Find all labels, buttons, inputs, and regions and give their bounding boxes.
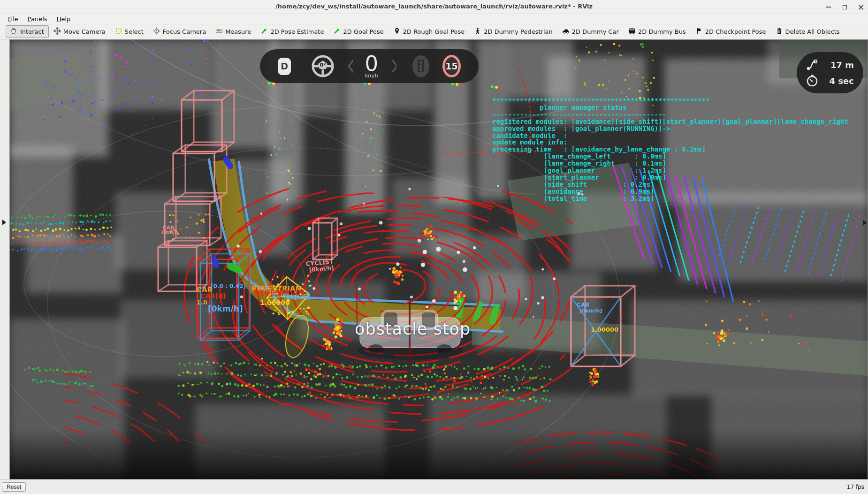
menu-bar: File Panels Help	[0, 14, 868, 24]
minimize-icon[interactable]	[825, 3, 832, 11]
interact-hand-icon	[10, 27, 18, 36]
green-arrow-icon	[260, 27, 268, 36]
flag-icon	[695, 27, 703, 36]
measure-tool-button[interactable]: Measure	[211, 25, 256, 38]
trash-icon	[776, 27, 783, 36]
speed-unit: km/h	[363, 73, 380, 79]
speed-limit-sign: 15	[442, 55, 461, 77]
focus-camera-icon	[153, 27, 160, 36]
left-panel-expand-handle[interactable]	[2, 220, 6, 225]
route-distance-icon	[806, 59, 818, 71]
checkpoint-pose-tool-button[interactable]: 2D Checkpoint Pose	[691, 25, 771, 38]
right-panel-expand-handle[interactable]	[863, 220, 867, 226]
select-tool-button[interactable]: Select	[110, 25, 148, 38]
focus-camera-tool-button[interactable]: Focus Camera	[148, 25, 211, 38]
red-pole-marker	[356, 259, 357, 325]
traffic-light-icon	[412, 55, 429, 77]
route-info-panel: 17 m 4 sec	[797, 52, 863, 93]
obstacle-stop-label: obstacle stop	[355, 319, 471, 338]
planner-manager-status-text: ****************************************…	[492, 97, 848, 202]
eta-clock-icon	[806, 75, 818, 87]
goal-pose-tool-button[interactable]: 2D Goal Pose	[328, 25, 388, 38]
rough-goal-pose-tool-button[interactable]: 2D Rough Goal Pose	[388, 25, 470, 38]
move-camera-icon	[53, 27, 61, 36]
gear-indicator: D	[278, 58, 291, 75]
pose-estimate-tool-button[interactable]: 2D Pose Estimate	[256, 25, 328, 38]
window-title: /home/zcy/dev_ws/install/autoware_launch…	[0, 3, 868, 10]
left-panel-collapsed	[0, 39, 9, 479]
speed-display: 0 km/h	[363, 53, 380, 79]
bus-icon	[628, 27, 636, 36]
menu-help[interactable]: Help	[53, 15, 75, 23]
measure-ruler-icon	[215, 27, 223, 36]
select-box-icon	[115, 27, 122, 36]
remaining-time: 4 sec	[830, 76, 854, 86]
move-camera-tool-button[interactable]: Move Camera	[49, 25, 110, 38]
reset-button[interactable]: Reset	[2, 482, 26, 492]
speed-value: 0	[363, 53, 380, 74]
fps-counter: 17 fps	[847, 484, 864, 490]
steering-angle-value: 0°	[311, 62, 335, 68]
vehicle-status-hud: D 0° 0 km/h 15	[260, 49, 479, 83]
chevron-left-icon	[347, 59, 353, 74]
dummy-car-tool-button[interactable]: 2D Dummy Car	[557, 25, 624, 38]
delete-all-objects-tool-button[interactable]: Delete All Objects	[771, 25, 845, 38]
car-icon	[562, 27, 570, 36]
menu-panels[interactable]: Panels	[23, 15, 52, 23]
dummy-pedestrian-tool-button[interactable]: 2D Dummy Pedestrian	[469, 25, 557, 38]
maximize-icon[interactable]	[841, 3, 848, 11]
chevron-right-icon	[391, 59, 396, 74]
steering-wheel-icon: 0°	[311, 54, 335, 78]
close-icon[interactable]	[857, 3, 864, 11]
time-panel: Reset 17 fps	[0, 479, 868, 494]
interact-tool-button[interactable]: Interact	[6, 25, 49, 38]
green-arrow-icon	[333, 27, 341, 36]
remaining-distance: 17 m	[830, 60, 854, 70]
pedestrian-icon	[474, 27, 481, 36]
dummy-bus-tool-button[interactable]: 2D Dummy Bus	[624, 25, 691, 38]
render-area: D 0° 0 km/h 15 1	[0, 39, 868, 479]
tool-bar: Interact Move Camera Select Focus Camera…	[0, 24, 868, 39]
rviz-window: /home/zcy/dev_ws/install/autoware_launch…	[0, 0, 868, 494]
map-pin-icon	[393, 27, 401, 36]
3d-viewport[interactable]: D 0° 0 km/h 15 1	[9, 39, 868, 479]
title-bar[interactable]: /home/zcy/dev_ws/install/autoware_launch…	[0, 0, 868, 14]
menu-file[interactable]: File	[4, 15, 23, 23]
